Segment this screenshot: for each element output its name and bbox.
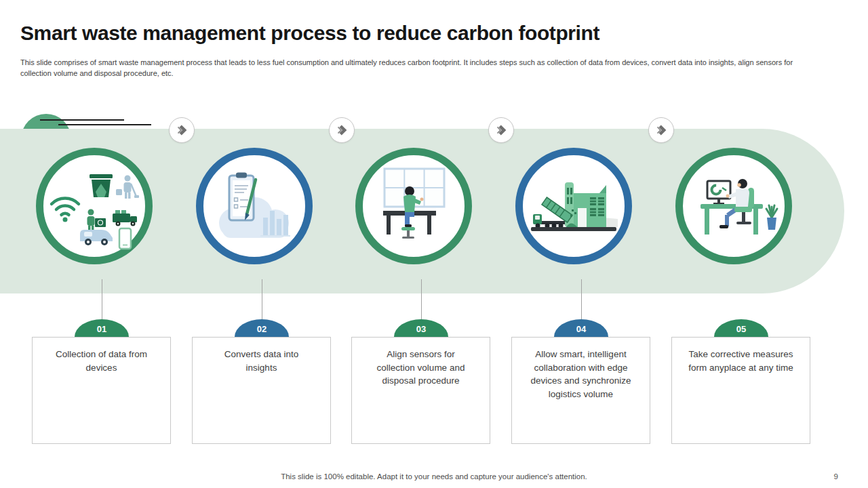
step-card-3: Align sensors for collection volume and … <box>351 337 490 444</box>
step-circle-5 <box>675 148 792 264</box>
sensor-monitoring-icon <box>363 155 465 257</box>
step-card-5: Take corrective measures form anyplace a… <box>671 337 810 444</box>
slide-description: This slide comprises of smart waste mana… <box>20 58 824 79</box>
logistics-facility-icon <box>523 155 625 257</box>
page-number: 9 <box>814 472 838 481</box>
step-number-badge: 04 <box>554 319 608 337</box>
step-card-1: Collection of data from devices <box>32 337 171 444</box>
chevron-right-icon <box>488 117 514 143</box>
step-circle-2 <box>196 148 313 264</box>
chevron-right-icon <box>648 117 674 143</box>
step-circle-1 <box>36 148 153 264</box>
data-insights-icon <box>203 155 305 257</box>
step-card-2: Converts data into insights <box>192 337 331 444</box>
connector-line <box>421 279 422 321</box>
footer-note: This slide is 100% editable. Adapt it to… <box>0 472 868 481</box>
step-label: Collection of data from devices <box>47 348 155 374</box>
step-label: Converts data into insights <box>208 348 315 374</box>
remote-monitoring-icon <box>683 155 785 257</box>
decorative-line <box>58 124 151 125</box>
step-number-badge: 02 <box>235 319 289 337</box>
step-circle-3 <box>355 148 472 264</box>
chevron-right-icon <box>169 117 195 143</box>
step-label: Take corrective measures form anyplace a… <box>687 348 795 374</box>
decorative-line <box>40 119 124 121</box>
connector-line <box>581 279 582 321</box>
step-number-badge: 03 <box>394 319 448 337</box>
step-label: Align sensors for collection volume and … <box>367 348 475 388</box>
step-label: Allow smart, intelligent collaboration w… <box>527 348 635 401</box>
page-title: Smart waste management process to reduce… <box>20 22 766 45</box>
connector-line <box>262 279 262 321</box>
step-number-badge: 01 <box>75 319 129 337</box>
step-circle-4 <box>515 148 632 264</box>
step-number-badge: 05 <box>714 319 768 337</box>
slide: Smart waste management process to reduce… <box>0 0 868 488</box>
step-card-4: Allow smart, intelligent collaboration w… <box>511 337 650 444</box>
iot-devices-icon <box>43 155 145 257</box>
chevron-right-icon <box>329 117 355 143</box>
connector-line <box>102 279 102 321</box>
